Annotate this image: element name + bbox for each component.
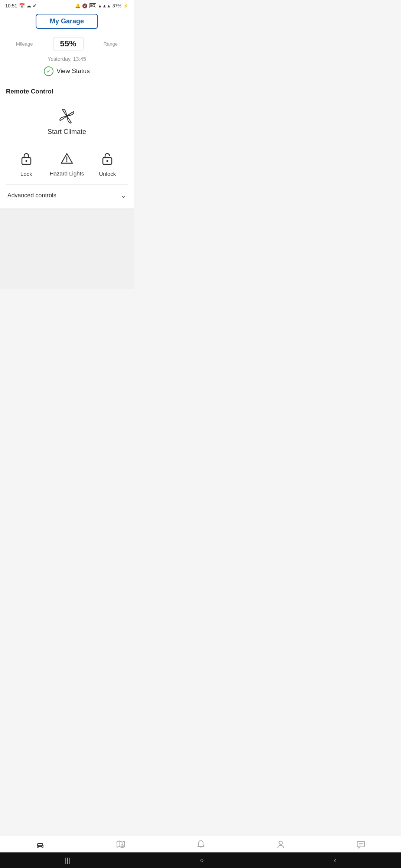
svg-point-2 — [25, 160, 27, 162]
remote-control-title: Remote Control — [6, 88, 128, 95]
hazard-button[interactable]: Hazard Lights — [46, 148, 87, 181]
hazard-label: Hazard Lights — [50, 170, 84, 177]
unlock-label: Unlock — [99, 171, 116, 177]
signal-icon: ▲▲▲ — [98, 3, 111, 9]
header: My Garage — [0, 10, 134, 34]
cloud-icon: ☁ — [26, 3, 31, 9]
start-climate-button[interactable]: Start Climate — [6, 102, 128, 142]
check-icon: ✔ — [33, 3, 37, 9]
chevron-down-icon: ⌄ — [121, 191, 126, 200]
status-check-icon: ✓ — [44, 66, 53, 76]
fan-icon — [56, 106, 77, 128]
range-label: Range — [104, 41, 118, 47]
status-bar: 10:51 📅 ☁ ✔ 🔔 🔇 5G ▲▲▲ 87% ⚡ — [0, 0, 134, 10]
svg-point-7 — [107, 160, 108, 162]
stats-strip: Mileage 55% Range — [0, 34, 134, 52]
view-status-label: View Status — [56, 68, 89, 75]
timestamp: Yesterday, 13:45 — [0, 52, 134, 63]
mute-icon: 🔇 — [82, 3, 88, 9]
lock-button[interactable]: Lock — [6, 147, 46, 181]
time-display: 10:51 — [5, 3, 17, 9]
calendar-icon: 📅 — [19, 3, 25, 9]
alarm-icon: 🔔 — [75, 3, 81, 9]
unlock-icon — [101, 152, 113, 168]
view-status-row[interactable]: ✓ View Status — [0, 63, 134, 81]
controls-grid: Lock Hazard Lights — [6, 147, 128, 181]
advanced-controls-button[interactable]: Advanced controls ⌄ — [6, 186, 128, 201]
svg-point-0 — [66, 115, 68, 118]
svg-point-5 — [66, 161, 67, 162]
battery-percent: 55% — [53, 37, 84, 50]
timestamp-value: Yesterday, 13:45 — [48, 56, 86, 62]
status-right: 🔔 🔇 5G ▲▲▲ 87% ⚡ — [75, 3, 128, 9]
battery-display: 87% — [113, 3, 121, 9]
lock-icon — [20, 152, 32, 168]
advanced-label: Advanced controls — [7, 192, 56, 199]
status-time: 10:51 📅 ☁ ✔ — [5, 3, 37, 9]
5g-icon: 5G — [89, 3, 96, 8]
mileage-label: Mileage — [16, 41, 33, 47]
lock-label: Lock — [20, 171, 32, 177]
hazard-icon — [61, 152, 73, 167]
remote-control-card: Remote Control Start Climate — [0, 81, 134, 208]
battery-icon: ⚡ — [123, 3, 128, 9]
divider-1 — [6, 144, 128, 144]
my-garage-button[interactable]: My Garage — [36, 14, 98, 29]
main-content: Mileage 55% Range Yesterday, 13:45 ✓ Vie… — [0, 34, 134, 289]
divider-2 — [6, 184, 128, 185]
unlock-button[interactable]: Unlock — [87, 147, 128, 181]
start-climate-label: Start Climate — [48, 128, 86, 136]
